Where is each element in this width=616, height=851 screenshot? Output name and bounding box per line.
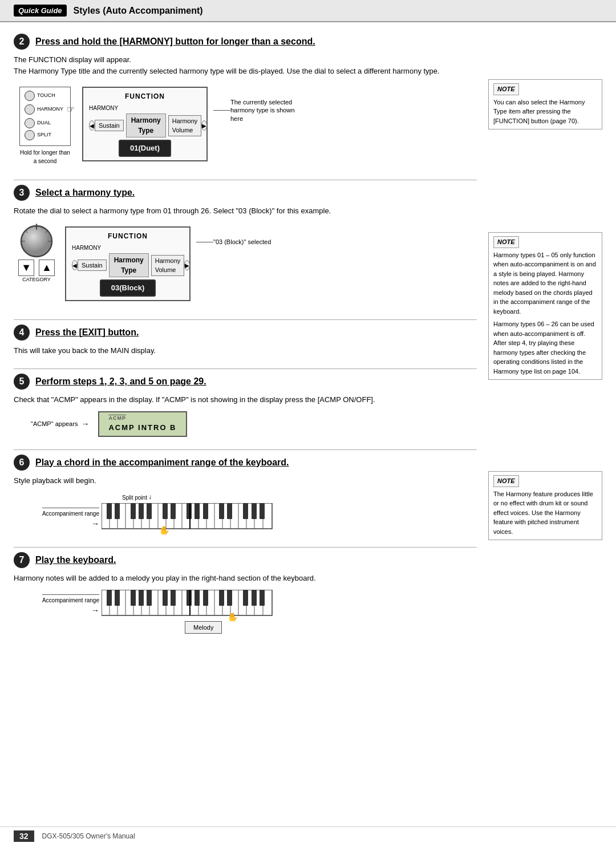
step-2-callout-area: The currently selected harmony type is s…	[213, 81, 299, 123]
step-2-title: Press and hold the [HARMONY] button for …	[35, 37, 315, 47]
dual-btn-row: DUAL	[25, 118, 66, 128]
note-box-7: NOTE The Harmony feature produces little…	[488, 471, 602, 540]
function-right-arrow-1[interactable]: ▶	[201, 120, 207, 131]
step-4-line1: This will take you back to the MAIN disp…	[14, 345, 477, 356]
callout-line-1	[213, 110, 230, 111]
svg-rect-29	[131, 503, 136, 519]
acmp-label-area: "ACMP" appears →	[31, 418, 89, 430]
keyboard-diagram-1: Split point ↓ Accompaniment range →	[31, 492, 477, 534]
note-item-3-1: Harmony types 06 – 26 can be used when a…	[493, 319, 597, 376]
touch-btn[interactable]	[25, 91, 35, 101]
dial-up-arrow: ↑	[35, 220, 39, 232]
melody-label-area: Melody	[185, 621, 222, 634]
svg-rect-30	[139, 503, 144, 519]
acmp-screen: ACMP ACMP INTRO B	[98, 411, 187, 437]
function-display-box-1: FUNCTION HARMONY ◀ Sustain Harmony Type …	[82, 87, 208, 161]
accomp-range-label-area: Accompaniment range →	[31, 508, 99, 530]
note-step-7: NOTE The Harmony feature produces little…	[488, 471, 602, 540]
accomp-arrow-2: →	[91, 605, 99, 617]
step-4-header: 4 Press the [EXIT] button.	[14, 325, 477, 341]
function-title-1: FUNCTION	[89, 91, 201, 102]
svg-rect-65	[107, 590, 112, 606]
function-left-arrow-1[interactable]: ◀	[89, 120, 95, 131]
step-2-body: The FUNCTION display will appear. The Ha…	[14, 54, 477, 167]
category-label: CATEGORY	[22, 276, 51, 284]
svg-rect-74	[203, 590, 208, 606]
function-sub-2: HARMONY	[72, 244, 184, 252]
piano-svg-1: /* SVG lines drawn below */	[102, 503, 273, 534]
acmp-arrow: →	[81, 418, 89, 430]
step-3-body: Rotate the dial to select a harmony type…	[14, 205, 477, 307]
svg-text:✋: ✋	[159, 525, 170, 534]
step-7-body: Harmony notes will be added to a melody …	[14, 573, 477, 634]
split-label: SPLIT	[37, 131, 51, 139]
svg-rect-76	[227, 590, 232, 606]
step-3-title: Select a harmony type.	[35, 188, 135, 198]
accomp-range-label-2: Accompaniment range	[42, 594, 99, 605]
function-tab-left-1: Sustain	[95, 120, 124, 132]
step-7-number: 7	[14, 552, 30, 568]
function-center-1: Harmony Type	[126, 114, 166, 137]
svg-rect-71	[171, 590, 176, 606]
note-item-7-0: The Harmony feature produces little or n…	[493, 489, 597, 537]
keyboard-diagram-2: Accompaniment range →	[31, 590, 477, 634]
function-right-arrow-2[interactable]: ▶	[184, 260, 190, 270]
split-point-label: Split point	[122, 493, 147, 502]
step-3-divider	[14, 180, 477, 180]
content-area: 2 Press and hold the [HARMONY] button fo…	[0, 22, 616, 658]
dual-btn[interactable]	[25, 118, 35, 128]
step-2-line1: The FUNCTION display will appear.	[14, 54, 477, 66]
note-step-2: NOTE You can also select the Harmony Typ…	[488, 79, 602, 129]
arrow-up-btn[interactable]: ▲	[39, 260, 55, 276]
split-point-label-area: Split point ↓	[122, 492, 152, 502]
function-value-row-2: 03(Block)	[72, 279, 184, 297]
svg-rect-27	[107, 503, 112, 519]
function-value-row-1: 01(Duet)	[89, 140, 201, 157]
svg-rect-77	[243, 590, 248, 606]
function-display-box-2: FUNCTION HARMONY ◀ Sustain Harmony Type …	[65, 226, 191, 301]
arrow-down-btn[interactable]: ▼	[18, 260, 34, 276]
accomp-arrow-1: →	[91, 518, 99, 530]
keyboard-1-container: Split point ↓ Accompaniment range →	[31, 492, 477, 534]
step-5-number: 5	[14, 374, 30, 390]
svg-rect-38	[227, 503, 232, 519]
step-7-section: 7 Play the keyboard. Harmony notes will …	[14, 547, 477, 634]
step-6-divider	[14, 449, 477, 450]
quick-guide-badge: Quick Guide	[14, 5, 67, 17]
split-point-arrow: ↓	[148, 492, 152, 502]
step-3-line1: Rotate the dial to select a harmony type…	[14, 205, 477, 217]
header-title: Styles (Auto Accompaniment)	[74, 6, 203, 16]
function-value-2: 03(Block)	[100, 279, 156, 297]
acmp-display-area: "ACMP" appears → ACMP ACMP INTRO B	[31, 411, 477, 437]
melody-label-box: Melody	[185, 621, 222, 634]
arrow-controls: ▼ ▲	[18, 260, 55, 276]
note-title-2: NOTE	[493, 83, 519, 95]
svg-rect-33	[171, 503, 176, 519]
function-value-1: 01(Duet)	[119, 140, 171, 157]
svg-rect-39	[243, 503, 248, 519]
note-step-3: NOTE Harmony types 01 – 05 only function…	[488, 232, 602, 380]
callout-text-1: The currently selected harmony type is s…	[230, 98, 299, 123]
touch-btn-row: TOUCH	[25, 91, 66, 101]
svg-rect-67	[131, 590, 136, 606]
piano-svg-2: ✋	[102, 590, 273, 621]
step-5-header: 5 Perform steps 1, 2, 3, and 5 on page 2…	[14, 374, 477, 390]
split-btn[interactable]	[25, 130, 35, 140]
callout-line-2	[196, 242, 213, 242]
svg-rect-70	[163, 590, 168, 606]
function-display-2-area: FUNCTION HARMONY ◀ Sustain Harmony Type …	[65, 221, 191, 307]
step-3-diagram: ↑ ▼ ▲ CATEGORY FUNCTION	[14, 221, 477, 307]
note-box-3: NOTE Harmony types 01 – 05 only function…	[488, 232, 602, 380]
footer-model: DGX-505/305 Owner's Manual	[42, 832, 135, 840]
function-tabs-row-1: ◀ Sustain Harmony Type Harmony Volume ▶	[89, 114, 201, 137]
function-left-arrow-2[interactable]: ◀	[72, 260, 78, 270]
page: Quick Guide Styles (Auto Accompaniment) …	[0, 0, 616, 851]
svg-rect-31	[147, 503, 152, 519]
step-5-section: 5 Perform steps 1, 2, 3, and 5 on page 2…	[14, 368, 477, 437]
accomp-range-label-1: Accompaniment range	[42, 508, 99, 518]
keyboard-2-row: Accompaniment range →	[31, 590, 273, 621]
harmony-btn[interactable]	[25, 104, 35, 115]
svg-rect-72	[187, 590, 192, 606]
step-4-section: 4 Press the [EXIT] button. This will tak…	[14, 319, 477, 356]
svg-rect-68	[139, 590, 144, 606]
